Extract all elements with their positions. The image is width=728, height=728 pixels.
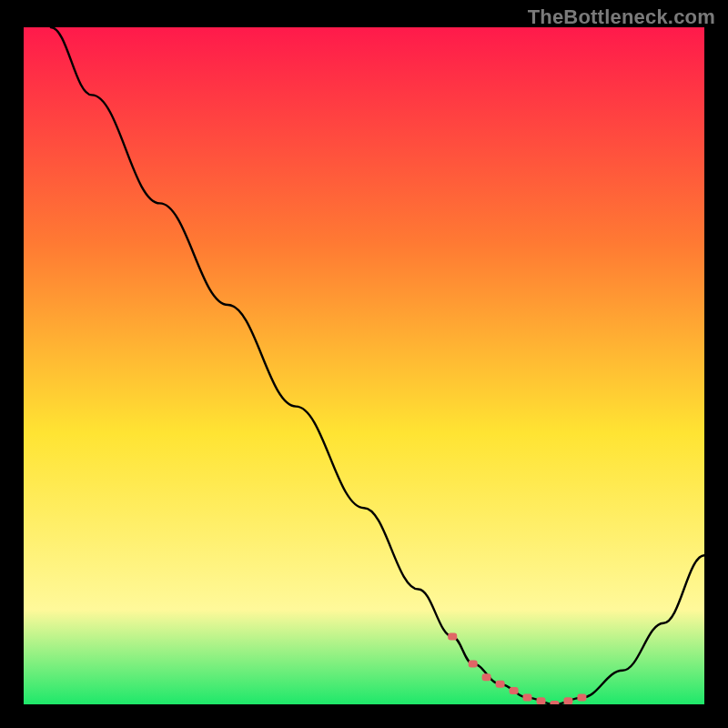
marker-dot (577, 694, 586, 702)
chart-container: TheBottleneck.com (0, 0, 728, 728)
plot-area (24, 27, 704, 704)
marker-dot (482, 673, 491, 681)
marker-dot (469, 660, 478, 667)
marker-dot (496, 681, 505, 688)
marker-dot (510, 687, 519, 694)
gradient-background (24, 27, 704, 704)
marker-dot (448, 633, 457, 641)
watermark-text: TheBottleneck.com (528, 5, 715, 29)
marker-dot (537, 697, 546, 704)
marker-dot (523, 694, 532, 702)
marker-dot (550, 701, 559, 704)
chart-svg (24, 27, 704, 704)
marker-dot (563, 697, 572, 704)
